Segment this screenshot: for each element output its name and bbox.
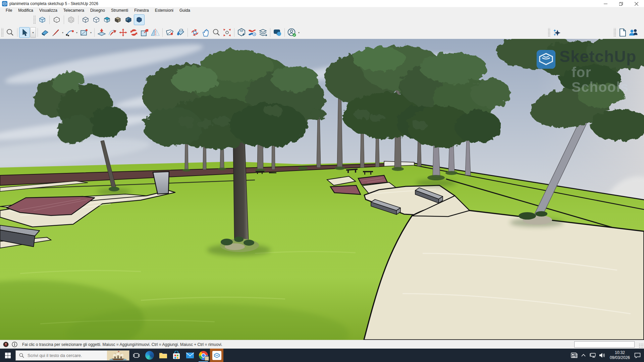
taskbar-search-box[interactable] (15, 350, 129, 361)
ai-sparkle-button[interactable] (551, 27, 562, 38)
move-tool-button[interactable] (118, 27, 128, 38)
zoom-extents-button[interactable] (222, 27, 232, 38)
close-button[interactable] (629, 0, 644, 7)
system-tray: 10:32 09/03/2026 (570, 349, 644, 362)
status-hint: Fai clic o trascina per selezionare gli … (22, 342, 222, 347)
resize-grip[interactable] (639, 343, 643, 348)
extension-warehouse-button[interactable] (247, 27, 258, 38)
pan-tool-button[interactable] (200, 27, 211, 38)
menu-guida[interactable]: Guida (176, 8, 193, 13)
shapes-tool-button[interactable] (78, 27, 89, 38)
tray-date: 09/03/2026 (610, 355, 630, 360)
scale-tool-button[interactable] (139, 27, 150, 38)
store-icon[interactable] (170, 349, 183, 362)
offset-tool-button[interactable] (107, 27, 118, 38)
orbit-tool-button[interactable] (190, 27, 200, 38)
sketchup-window: planimetria completa sketchup 5 - Sketch… (0, 0, 644, 362)
network-icon[interactable] (588, 349, 598, 362)
label-tool-button[interactable] (164, 27, 175, 38)
flip-tool-button[interactable] (150, 27, 161, 38)
volume-icon[interactable] (598, 349, 607, 362)
measurements-input[interactable] (574, 341, 635, 348)
menu-bar: File Modifica Visualizza Telecamera Dise… (0, 7, 644, 13)
eraser-tool-button[interactable] (40, 27, 50, 38)
rotate-tool-button[interactable] (128, 27, 139, 38)
scene-render (0, 39, 644, 340)
wireframe-button[interactable] (80, 14, 91, 25)
people-button[interactable] (628, 27, 639, 38)
ambient-occlusion-button[interactable] (134, 14, 145, 25)
edge-icon[interactable] (143, 349, 156, 362)
monochrome-button[interactable] (123, 14, 134, 25)
search-input[interactable] (27, 353, 107, 358)
status-bar: Fai clic o trascina per selezionare gli … (0, 340, 644, 349)
paint-bucket-tool-button[interactable] (175, 27, 186, 38)
tray-time: 10:32 (610, 350, 630, 355)
sketchup-app-icon (2, 1, 7, 6)
window-title: planimetria completa sketchup 5 - Sketch… (9, 1, 98, 6)
minimize-button[interactable] (598, 0, 613, 7)
select-tool-button[interactable] (19, 27, 30, 38)
search-icon (19, 353, 24, 358)
menu-visualizza[interactable]: Visualizza (36, 8, 60, 13)
shapes-tool-dropdown[interactable]: ▾ (89, 31, 93, 34)
menu-disegno[interactable]: Disegno (87, 8, 108, 13)
title-bar: planimetria completa sketchup 5 - Sketch… (0, 0, 644, 7)
tray-chevron-icon[interactable] (579, 349, 588, 362)
info-icon[interactable] (12, 342, 17, 347)
menu-finestra[interactable]: Finestra (131, 8, 152, 13)
chrome-icon[interactable] (197, 349, 210, 362)
menu-file[interactable]: File (3, 8, 15, 13)
push-pull-tool-button[interactable] (96, 27, 107, 38)
shaded-button[interactable] (102, 14, 112, 25)
chrome-badge (205, 356, 209, 361)
styles-toolbar (0, 13, 644, 26)
arcs-tool-button[interactable] (64, 27, 75, 38)
send-to-layout-button[interactable] (258, 27, 268, 38)
news-widget-icon[interactable] (570, 349, 579, 362)
shaded-textures-button[interactable] (112, 14, 123, 25)
zoom-tool-button[interactable] (211, 27, 222, 38)
search-tool-button[interactable] (5, 27, 15, 38)
toolbar-drag-handle-2[interactable] (1, 28, 3, 37)
select-tool-dropdown[interactable]: ▾ (30, 27, 36, 38)
toolbar-drag-handle[interactable] (33, 15, 36, 24)
geolocation-icon[interactable] (3, 342, 9, 347)
warehouse-3d-button[interactable] (236, 27, 247, 38)
account-dropdown[interactable]: ▾ (297, 31, 301, 34)
menu-telecamera[interactable]: Telecamera (60, 8, 87, 13)
start-button[interactable] (0, 349, 15, 362)
model-viewport[interactable]: SketchUp for Schools (0, 39, 644, 340)
sketchup-taskbar-icon[interactable] (210, 349, 223, 362)
file-explorer-icon[interactable] (156, 349, 170, 362)
tray-clock[interactable]: 10:32 09/03/2026 (610, 350, 630, 360)
account-button[interactable] (286, 27, 297, 38)
toolbar-drag-handle-3[interactable] (547, 28, 550, 37)
line-tool-button[interactable] (50, 27, 61, 38)
hidden-line-button[interactable] (91, 14, 102, 25)
mail-icon[interactable] (183, 349, 197, 362)
toolbar-drag-handle-4[interactable] (613, 28, 616, 37)
getting-started-toolbar: ▾ ▾ ▾ ▾ (0, 26, 644, 39)
menu-strumenti[interactable]: Strumenti (108, 8, 131, 13)
menu-estensioni[interactable]: Estensioni (152, 8, 176, 13)
action-center-icon[interactable] (633, 349, 642, 362)
menu-modifica[interactable]: Modifica (15, 8, 36, 13)
line-tool-dropdown[interactable]: ▾ (61, 31, 64, 34)
windows-taskbar: 10:32 09/03/2026 (0, 349, 644, 362)
task-view-button[interactable] (129, 349, 143, 362)
restore-button[interactable] (613, 0, 629, 7)
arcs-tool-dropdown[interactable]: ▾ (75, 31, 78, 34)
xray-mode-button[interactable] (37, 14, 48, 25)
back-edges-button[interactable] (51, 14, 62, 25)
wireframe-hex-button[interactable] (66, 14, 76, 25)
components-chat-button[interactable] (272, 27, 283, 38)
new-document-button[interactable] (617, 27, 628, 38)
search-highlight-ship-art[interactable] (107, 351, 129, 360)
